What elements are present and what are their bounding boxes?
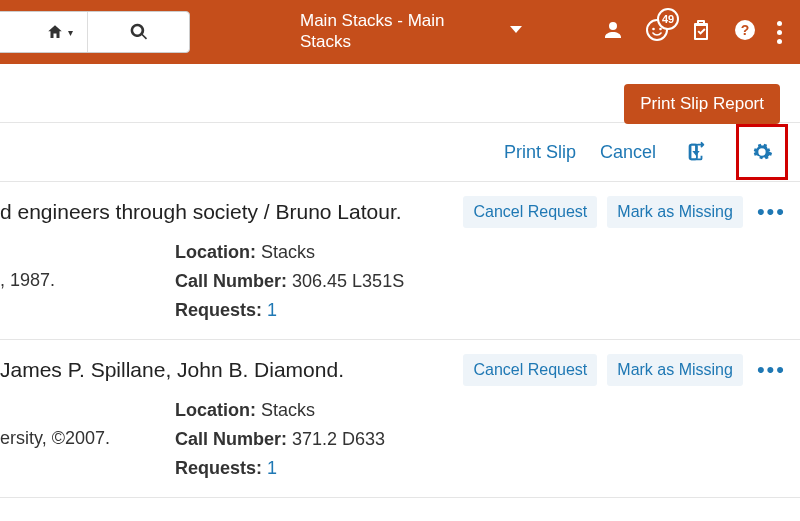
notifications-button[interactable]: 49 [645,18,669,46]
user-icon [601,18,625,42]
item-requests-row: Requests: 1 [175,458,385,479]
callnumber-label: Call Number: [175,429,287,449]
item-publication: ersity, ©2007. [0,428,175,449]
item-location: Stacks [261,242,315,262]
cancel-request-button[interactable]: Cancel Request [463,196,597,228]
callnumber-label: Call Number: [175,271,287,291]
caret-down-icon: ▾ [68,27,73,38]
item-callnumber: 371.2 D633 [292,429,385,449]
requests-label: Requests: [175,300,262,320]
request-item: d engineers through society / Bruno Lato… [0,182,800,340]
item-requests-count[interactable]: 1 [267,300,277,320]
search-button[interactable] [88,12,189,52]
more-horizontal-icon: ••• [757,357,786,382]
item-callnumber-row: Call Number: 306.45 L351S [175,271,404,292]
help-icon: ? [733,18,757,42]
location-selector[interactable]: Main Stacks - Main Stacks [300,10,460,53]
location-text: Main Stacks - Main Stacks [300,10,460,53]
svg-point-1 [652,28,655,31]
svg-text:?: ? [741,22,750,38]
item-actions: Cancel Request Mark as Missing ••• [463,196,790,228]
top-actions: Print Slip Report [0,64,800,122]
requests-label: Requests: [175,458,262,478]
request-item: James P. Spillane, John B. Diamond. ersi… [0,340,800,498]
home-button[interactable]: ▾ [0,12,88,52]
settings-button[interactable] [736,124,788,180]
item-actions: Cancel Request Mark as Missing ••• [463,354,790,386]
notification-badge: 49 [657,8,679,30]
header-right: 49 ? [601,0,800,64]
help-button[interactable]: ? [733,18,757,46]
item-location-row: Location: Stacks [175,242,404,263]
search-icon [129,22,149,42]
more-vertical-icon [777,21,782,44]
mark-missing-button[interactable]: Mark as Missing [607,196,743,228]
export-button[interactable] [680,136,712,168]
cancel-link[interactable]: Cancel [600,142,656,163]
mark-missing-button[interactable]: Mark as Missing [607,354,743,386]
item-location-row: Location: Stacks [175,400,385,421]
overflow-menu-button[interactable] [777,21,782,44]
cancel-request-button[interactable]: Cancel Request [463,354,597,386]
item-requests-count[interactable]: 1 [267,458,277,478]
clipboard-check-icon [689,18,713,42]
item-callnumber-row: Call Number: 371.2 D633 [175,429,385,450]
location-label: Location: [175,242,256,262]
print-slip-link[interactable]: Print Slip [504,142,576,163]
chevron-down-icon [510,26,522,33]
item-publication: , 1987. [0,270,175,291]
location-label: Location: [175,400,256,420]
item-more-button[interactable]: ••• [753,199,790,225]
gear-icon [751,141,773,163]
app-header: ▾ Main Stacks - Main Stacks 49 ? [0,0,800,64]
item-callnumber: 306.45 L351S [292,271,404,291]
export-icon [685,141,707,163]
item-more-button[interactable]: ••• [753,357,790,383]
item-location: Stacks [261,400,315,420]
tasks-button[interactable] [689,18,713,46]
home-icon [46,23,64,41]
print-slip-report-button[interactable]: Print Slip Report [624,84,780,124]
user-button[interactable] [601,18,625,46]
list-toolbar: Print Slip Cancel [0,122,800,182]
search-cluster: ▾ [0,11,190,53]
more-horizontal-icon: ••• [757,199,786,224]
item-requests-row: Requests: 1 [175,300,404,321]
